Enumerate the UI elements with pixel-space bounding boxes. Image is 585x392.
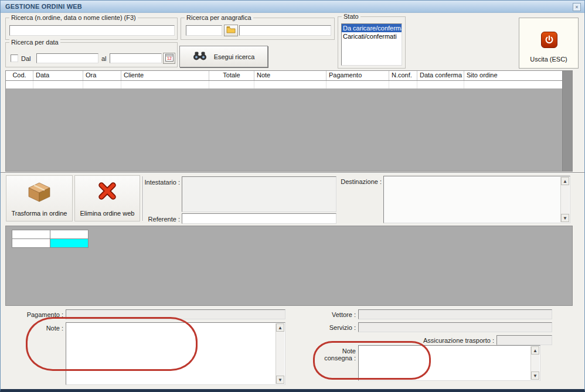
destinazione-scrollbar[interactable]: ▲ ▼	[560, 177, 569, 222]
trasforma-in-ordine-label: Trasforma in ordine	[6, 210, 72, 217]
column-header-note[interactable]: Note	[254, 71, 326, 80]
scroll-down-icon[interactable]: ▼	[531, 371, 539, 380]
destinazione-label: Destinazione :	[338, 178, 382, 185]
scroll-up-icon[interactable]: ▲	[276, 323, 284, 332]
orders-cell	[33, 81, 83, 88]
note-textarea[interactable]: ▲ ▼	[66, 322, 285, 385]
close-icon[interactable]: ×	[573, 3, 581, 11]
vettore-input[interactable]	[358, 309, 552, 319]
orders-cell	[121, 81, 209, 88]
scroll-up-icon[interactable]: ▲	[531, 346, 539, 354]
orders-cell	[389, 81, 417, 88]
date-from-input[interactable]	[36, 53, 98, 63]
order-lines-area	[5, 226, 573, 306]
search-order-group-label: Ricerca (n.ordine, data o nome cliente) …	[9, 14, 138, 21]
orders-cell	[83, 81, 121, 88]
grid-row	[12, 230, 89, 239]
anagrafica-name-input[interactable]	[239, 25, 331, 36]
search-order-input[interactable]	[9, 25, 175, 36]
orders-table: Cod. Data Ora Cliente Totale Note Pagame…	[5, 70, 573, 172]
search-date-group: Ricerca per data Dal al 12	[5, 42, 178, 67]
orders-table-scrollbar[interactable]	[562, 71, 572, 171]
vettore-label: Vettore :	[315, 311, 356, 318]
note-consegna-label: Noteconsegna :	[315, 347, 356, 362]
stato-option-caricati[interactable]: Caricati/confermati	[342, 32, 402, 40]
intestatario-label: Intestatario :	[140, 179, 180, 186]
orders-cell	[6, 81, 33, 88]
grid-cell[interactable]	[50, 230, 89, 239]
dal-label: Dal	[21, 55, 31, 62]
grid-cell[interactable]	[12, 239, 50, 248]
titlebar[interactable]: GESTIONE ORDINI WEB ×	[1, 1, 584, 13]
uscita-button[interactable]: Uscita (ESC)	[519, 18, 579, 69]
folder-icon	[226, 26, 236, 35]
assicurazione-trasporto-label: Assicurazione trasporto :	[387, 337, 494, 344]
trasforma-in-ordine-button[interactable]: Trasforma in ordine	[6, 175, 73, 221]
orders-cell	[209, 81, 254, 88]
al-label: al	[101, 55, 107, 62]
anagrafica-code-input[interactable]	[186, 25, 222, 36]
orders-cell	[464, 81, 562, 88]
red-x-icon	[75, 182, 140, 200]
stato-listbox[interactable]: Da caricare/confermare Caricati/conferma…	[341, 23, 402, 66]
column-header-pagamento[interactable]: Pagamento	[326, 71, 389, 80]
assicurazione-trasporto-input[interactable]	[496, 335, 552, 345]
anagrafica-lookup-button[interactable]	[224, 25, 238, 36]
servizio-input[interactable]	[358, 322, 552, 332]
elimina-ordine-web-label: Elimina ordine web	[75, 210, 140, 217]
note-consegna-label-line1: Note	[342, 347, 356, 354]
stato-option-da-caricare[interactable]: Da caricare/confermare	[342, 24, 402, 32]
search-anagrafica-group: Ricerca per anagrafica	[181, 18, 335, 40]
referente-label: Referente :	[140, 216, 180, 223]
note-consegna-scrollbar[interactable]: ▲ ▼	[530, 346, 539, 380]
column-header-sito-ordine[interactable]: Sito ordine	[464, 71, 562, 80]
grid-cell-selected[interactable]	[50, 239, 89, 248]
order-lines-grid	[12, 230, 89, 248]
power-icon	[541, 32, 557, 48]
stato-group: Stato Da caricare/confermare Caricati/co…	[338, 16, 406, 69]
note-consegna-textarea[interactable]: ▲ ▼	[358, 345, 540, 381]
calendar-button[interactable]: 12	[163, 53, 175, 64]
stato-group-label: Stato	[342, 13, 360, 20]
servizio-label: Servizio :	[315, 324, 356, 331]
column-header-cliente[interactable]: Cliente	[121, 71, 209, 80]
esegui-ricerca-label: Esegui ricerca	[214, 53, 255, 60]
column-header-ora[interactable]: Ora	[83, 71, 121, 80]
pagamento-label: Pagamento :	[6, 311, 63, 318]
note-label: Note :	[6, 325, 63, 332]
search-order-group: Ricerca (n.ordine, data o nome cliente) …	[5, 18, 178, 40]
pagamento-input[interactable]	[66, 309, 285, 319]
column-header-nconf[interactable]: N.conf.	[389, 71, 417, 80]
uscita-button-label: Uscita (ESC)	[519, 56, 578, 63]
svg-text:12: 12	[167, 56, 172, 60]
calendar-icon: 12	[165, 53, 174, 63]
orders-table-header: Cod. Data Ora Cliente Totale Note Pagame…	[6, 71, 562, 81]
section-divider	[1, 172, 584, 173]
package-icon	[6, 182, 72, 203]
orders-cell	[326, 81, 389, 88]
intestatario-textbox[interactable]	[182, 176, 336, 212]
search-date-group-label: Ricerca per data	[9, 39, 60, 46]
search-anagrafica-group-label: Ricerca per anagrafica	[185, 14, 253, 21]
grid-cell[interactable]	[12, 230, 50, 239]
scroll-down-icon[interactable]: ▼	[276, 376, 284, 384]
esegui-ricerca-button[interactable]: Esegui ricerca	[179, 46, 268, 67]
orders-cell	[417, 81, 464, 88]
column-header-data-conferma[interactable]: Data conferma	[417, 71, 464, 80]
orders-empty-row	[6, 81, 562, 88]
scroll-down-icon[interactable]: ▼	[561, 214, 569, 222]
referente-input[interactable]	[182, 213, 336, 224]
dal-checkbox[interactable]	[11, 54, 18, 62]
column-header-data[interactable]: Data	[33, 71, 83, 80]
date-to-input[interactable]	[110, 53, 162, 63]
binoculars-icon	[193, 52, 207, 62]
note-scrollbar[interactable]: ▲ ▼	[276, 323, 284, 384]
grid-row	[12, 239, 89, 248]
orders-cell	[254, 81, 326, 88]
scroll-up-icon[interactable]: ▲	[561, 177, 569, 185]
column-header-totale[interactable]: Totale	[209, 71, 254, 80]
destinazione-textbox[interactable]: ▲ ▼	[383, 176, 570, 223]
gestione-ordini-web-window: GESTIONE ORDINI WEB × Ricerca (n.ordine,…	[0, 0, 585, 392]
column-header-cod[interactable]: Cod.	[6, 71, 33, 80]
elimina-ordine-web-button[interactable]: Elimina ordine web	[74, 175, 140, 221]
